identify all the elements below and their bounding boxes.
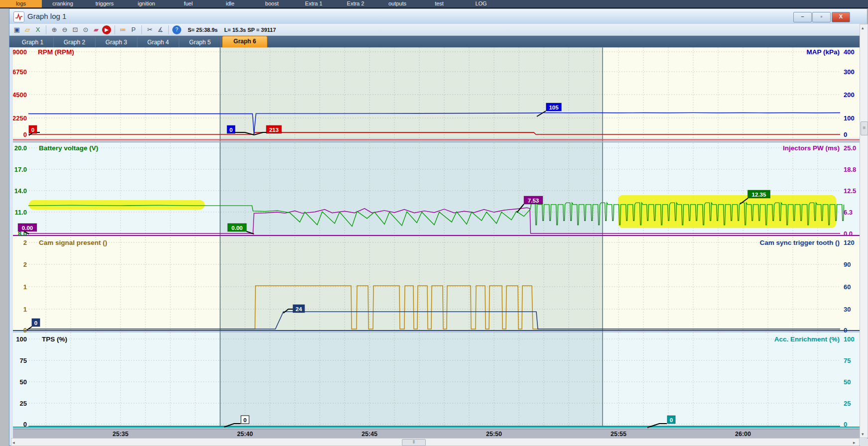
scroll-right-icon[interactable]: ▸: [853, 440, 856, 445]
menu-item-outputs[interactable]: outputs: [376, 0, 418, 7]
svg-text:90: 90: [844, 261, 851, 268]
svg-text:25:50: 25:50: [486, 431, 502, 438]
cut-icon[interactable]: ✂: [145, 25, 154, 34]
toolbar-stat-s: S= 25:38.9s: [188, 27, 218, 33]
scroll-down-icon[interactable]: ▾: [862, 432, 864, 437]
svg-text:18.8: 18.8: [844, 166, 856, 173]
menu-item-extra-1[interactable]: Extra 1: [293, 0, 335, 7]
svg-text:105: 105: [549, 105, 559, 111]
svg-text:25:35: 25:35: [113, 431, 128, 438]
svg-text:11.0: 11.0: [14, 209, 27, 216]
tab-graph-1[interactable]: Graph 1: [12, 37, 54, 47]
svg-text:Acc. Enrichment (%): Acc. Enrichment (%): [774, 335, 840, 343]
svg-text:20.0: 20.0: [14, 144, 27, 152]
menu-item-log[interactable]: LOG: [460, 0, 502, 7]
zoom-reset-icon[interactable]: ⊙: [81, 25, 90, 34]
toolbar-separator: [141, 25, 142, 34]
window-title: Graph log 1: [27, 12, 66, 20]
svg-text:120: 120: [844, 239, 855, 246]
graph-canvas[interactable]: 900067504500225004003002001000RPM (RPM)M…: [13, 47, 860, 440]
svg-text:50: 50: [844, 378, 851, 386]
menu-item-cranking[interactable]: cranking: [42, 0, 84, 7]
svg-text:25:55: 25:55: [611, 431, 626, 438]
zoom-window-icon[interactable]: ⊡: [71, 25, 80, 34]
svg-text:0.00: 0.00: [22, 225, 33, 231]
open-folder-icon[interactable]: ▱: [23, 25, 32, 34]
svg-text:RPM (RPM): RPM (RPM): [38, 48, 74, 56]
legend-list-icon[interactable]: ≔: [119, 25, 127, 34]
svg-text:2250: 2250: [13, 114, 27, 122]
svg-text:75: 75: [844, 357, 851, 364]
svg-text:14.0: 14.0: [14, 187, 27, 195]
horizontal-scrollbar[interactable]: ◂ ▸ ⫴: [11, 438, 860, 446]
svg-text:12.35: 12.35: [752, 192, 766, 198]
help-icon[interactable]: ?: [172, 25, 181, 34]
svg-text:2: 2: [23, 261, 27, 268]
close-button[interactable]: X: [832, 12, 850, 22]
svg-text:2: 2: [23, 239, 27, 246]
svg-text:4500: 4500: [13, 91, 27, 99]
menu-item-test[interactable]: test: [418, 0, 460, 7]
resize-grip[interactable]: [860, 439, 868, 446]
svg-text:50: 50: [20, 378, 27, 386]
zoom-in-icon[interactable]: ⊕: [50, 25, 59, 34]
svg-text:0: 0: [23, 421, 27, 428]
save-icon[interactable]: ▣: [12, 25, 21, 34]
svg-text:400: 400: [844, 48, 855, 56]
maximize-button[interactable]: ▫: [812, 12, 831, 22]
zoom-out-icon[interactable]: ⊖: [60, 25, 69, 34]
svg-text:0: 0: [844, 131, 847, 138]
svg-text:0.0: 0.0: [844, 230, 853, 237]
menu-item-boost[interactable]: boost: [251, 0, 293, 7]
tab-graph-2[interactable]: Graph 2: [54, 37, 96, 47]
menu-item-fuel[interactable]: fuel: [167, 0, 209, 7]
time-axis: 25:3525:4025:4525:5025:5526:00: [13, 429, 860, 438]
svg-text:30: 30: [844, 306, 851, 313]
svg-text:0: 0: [844, 421, 847, 428]
tab-graph-4[interactable]: Graph 4: [137, 37, 179, 47]
menu-item-extra-2[interactable]: Extra 2: [335, 0, 376, 7]
svg-text:TPS (%): TPS (%): [42, 335, 67, 343]
svg-text:100: 100: [844, 335, 855, 343]
tab-graph-6[interactable]: Graph 6: [222, 36, 267, 47]
svg-text:12.5: 12.5: [844, 187, 856, 195]
svg-text:6.3: 6.3: [844, 209, 853, 216]
svg-text:1: 1: [23, 283, 27, 291]
toolbar-separator: [168, 25, 169, 34]
eraser-icon[interactable]: ▰: [92, 25, 101, 34]
tab-graph-3[interactable]: Graph 3: [96, 37, 137, 47]
toolbar-separator: [115, 25, 115, 34]
svg-text:200: 200: [844, 91, 855, 99]
vertical-scrollbar[interactable]: ▴ ▾ ≡: [860, 24, 868, 438]
window-title-bar[interactable]: Graph log 1 – ▫ X: [9, 9, 867, 24]
export-excel-icon[interactable]: X: [33, 25, 42, 34]
toolbar-separator: [46, 25, 46, 34]
svg-text:0: 0: [23, 327, 27, 334]
menu-item-ignition[interactable]: ignition: [125, 0, 167, 7]
svg-text:26:00: 26:00: [735, 431, 751, 438]
svg-text:213: 213: [269, 127, 278, 133]
parameters-icon[interactable]: P: [129, 25, 138, 34]
svg-text:24: 24: [296, 306, 302, 312]
scroll-left-icon[interactable]: ◂: [12, 440, 15, 445]
menu-item-triggers[interactable]: triggers: [84, 0, 125, 7]
svg-text:Battery voltage (V): Battery voltage (V): [39, 144, 98, 152]
svg-text:25.0: 25.0: [844, 144, 856, 152]
scroll-up-icon[interactable]: ▴: [862, 25, 864, 30]
record-play-icon[interactable]: ▶: [102, 25, 111, 34]
horizontal-scroll-thumb[interactable]: ⫴: [402, 439, 426, 446]
tab-graph-5[interactable]: Graph 5: [179, 37, 221, 47]
svg-text:100: 100: [16, 335, 27, 343]
svg-text:0: 0: [244, 417, 247, 423]
measure-icon[interactable]: ∡: [156, 25, 165, 34]
menu-item-idle[interactable]: idle: [209, 0, 251, 7]
svg-text:60: 60: [844, 283, 851, 291]
menu-item-logs[interactable]: logs: [0, 0, 42, 7]
svg-text:MAP (kPa): MAP (kPa): [806, 48, 840, 56]
svg-text:Cam sync trigger tooth (): Cam sync trigger tooth (): [759, 239, 840, 246]
time-selection-region[interactable]: [220, 47, 603, 427]
vertical-scroll-thumb[interactable]: ≡: [861, 121, 868, 135]
toolbar: ▣▱X⊕⊖⊡⊙▰▶≔P✂∡?S= 25:38.9sL= 15.3s SP = 3…: [9, 24, 867, 36]
minimize-button[interactable]: –: [793, 12, 812, 22]
svg-text:300: 300: [844, 68, 855, 76]
